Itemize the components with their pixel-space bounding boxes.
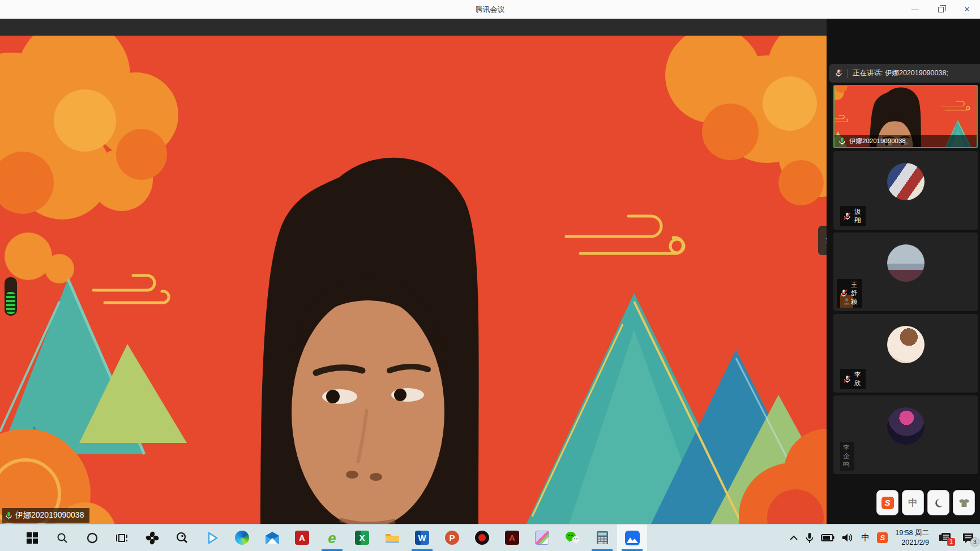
participant-name: 王舒颖 — [851, 281, 858, 306]
app-mail[interactable] — [257, 524, 287, 551]
close-button[interactable]: ✕ — [954, 0, 980, 19]
participant-name: 李欣 — [854, 371, 861, 388]
now-speaking-text: 正在讲话: 伊娜202019090038; — [853, 68, 948, 78]
participant-tile[interactable]: 李欣 — [833, 314, 978, 393]
participant-name: 李企鸣 — [843, 444, 850, 469]
avatar — [887, 163, 925, 200]
app-file-explorer[interactable] — [377, 524, 407, 551]
app-acrobat[interactable]: A — [287, 524, 317, 551]
participant-label: 伊娜202019090038 — [835, 135, 977, 147]
audio-level-fill — [6, 292, 15, 314]
sogou-ime-bar: S 中 — [876, 490, 975, 515]
tray-notification-icon[interactable]: 3 — [962, 532, 974, 544]
participant-label: 李企鸣 — [840, 442, 854, 471]
moon-icon — [934, 498, 944, 508]
acrobat-icon: A — [295, 531, 309, 545]
mic-muted-icon — [843, 375, 851, 384]
clock-date: 2021/2/9 — [895, 538, 929, 547]
festive-video-frame — [0, 36, 827, 524]
mic-muted-icon — [840, 289, 848, 298]
task-view-button[interactable] — [107, 524, 137, 551]
app-word[interactable]: W — [407, 524, 437, 551]
tray-show-hidden-button[interactable] — [789, 535, 798, 541]
ime-language-button[interactable]: 中 — [902, 490, 924, 515]
main-speaker-label: 伊娜202019090038 — [2, 508, 89, 523]
mic-on-icon — [838, 137, 846, 145]
meeting-toolbar-strip — [0, 19, 827, 36]
taskbar-search-button[interactable] — [47, 524, 77, 551]
mail-envelope-icon — [265, 532, 280, 544]
app-tencent-meeting[interactable] — [617, 524, 647, 551]
app-green-e-browser[interactable]: e — [317, 524, 347, 551]
restore-icon — [938, 7, 944, 12]
app-calculator[interactable] — [587, 524, 617, 551]
participant-name: 汲翔 — [854, 208, 861, 225]
folder-icon — [385, 532, 400, 544]
tray-volume-icon[interactable] — [842, 533, 854, 543]
main-speaker-name: 伊娜202019090038 — [15, 510, 84, 520]
pinwheel-icon — [145, 531, 159, 545]
tray-task-icon[interactable]: 1 — [939, 532, 951, 544]
excel-icon: X — [355, 531, 369, 545]
acrobat-reader-icon: A — [505, 531, 519, 545]
tray-microphone-icon[interactable] — [806, 532, 814, 544]
main-video-area[interactable]: 伊娜202019090038 — [0, 36, 827, 524]
mic-muted-icon — [835, 69, 843, 78]
windows-taskbar: A e X W P — [0, 524, 980, 551]
cortana-button[interactable] — [77, 524, 107, 551]
participant-tile[interactable]: 王舒颖 — [833, 233, 978, 311]
notification-badge: 3 — [970, 537, 979, 546]
powerpoint-icon: P — [445, 531, 459, 545]
word-icon: W — [415, 531, 429, 545]
start-button[interactable] — [17, 524, 47, 551]
participant-tile[interactable]: 汲翔 — [833, 151, 978, 230]
mic-on-icon — [5, 511, 13, 520]
window-controls: — ✕ — [902, 0, 980, 19]
audio-level-meter — [5, 277, 17, 316]
app-screen-recorder[interactable] — [467, 524, 497, 551]
app-pinwheel[interactable] — [137, 524, 167, 551]
participant-tile-list: 伊娜202019090038 汲翔 — [833, 85, 978, 474]
tray-sogou-icon[interactable]: S — [877, 532, 888, 543]
participants-sidebar: 伊娜202019090038 汲翔 — [827, 19, 980, 524]
app-edge[interactable] — [227, 524, 257, 551]
participant-tile-self[interactable]: 伊娜202019090038 — [833, 85, 978, 148]
title-bar: 腾讯会议 — ✕ — [0, 0, 980, 19]
app-powerpoint[interactable]: P — [437, 524, 467, 551]
wechat-icon — [565, 531, 580, 544]
magnifier-dot-icon — [176, 531, 189, 544]
search-icon — [56, 532, 69, 544]
app-potplayer[interactable] — [197, 524, 227, 551]
tray-clock[interactable]: 19:58 周二 2021/2/9 — [895, 528, 929, 547]
app-stationery[interactable] — [527, 524, 557, 551]
ime-skin-button[interactable] — [953, 490, 975, 515]
participant-tile[interactable]: 李企鸣 — [833, 395, 978, 474]
play-triangle-icon — [206, 531, 219, 545]
app-acrobat-reader[interactable]: A — [497, 524, 527, 551]
participant-label: 汲翔 — [840, 206, 866, 226]
taskbar-app-icons: A e X W P — [0, 524, 647, 551]
stationery-icon — [535, 531, 549, 545]
participant-label: 王舒颖 — [837, 279, 862, 308]
tray-battery-icon[interactable] — [821, 534, 835, 541]
sogou-logo-icon: S — [881, 497, 894, 509]
ime-fullwidth-button[interactable] — [927, 490, 949, 515]
restore-button[interactable] — [928, 0, 954, 19]
window-title: 腾讯会议 — [0, 5, 980, 15]
mic-muted-icon — [843, 212, 851, 221]
avatar — [887, 244, 925, 282]
system-tray: 中 S 19:58 周二 2021/2/9 1 — [789, 524, 980, 551]
task-badge: 1 — [947, 538, 955, 546]
windows-logo-icon — [27, 532, 38, 544]
chinese-mode-icon: 中 — [908, 496, 918, 509]
task-view-icon — [115, 532, 129, 544]
tray-input-indicator[interactable]: 中 — [861, 532, 870, 543]
app-screen-magnifier[interactable] — [167, 524, 197, 551]
app-wechat[interactable] — [557, 524, 587, 551]
app-excel[interactable]: X — [347, 524, 377, 551]
minimize-button[interactable]: — — [902, 0, 928, 19]
sogou-logo-button[interactable]: S — [876, 490, 898, 515]
banner-divider — [847, 69, 848, 78]
tencent-meeting-window: 腾讯会议 — ✕ 伊娜202019090038 › 伊娜202019090038 — [0, 0, 980, 551]
cortana-circle-icon — [86, 532, 99, 544]
